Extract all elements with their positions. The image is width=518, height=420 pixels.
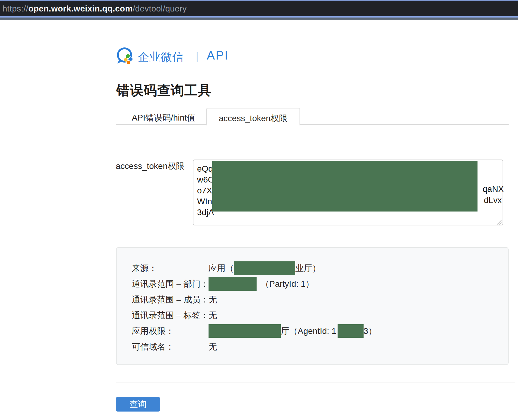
brand-name[interactable]: 企业微信 bbox=[138, 50, 184, 65]
value-text: 厅（AgentId: 1 bbox=[281, 326, 336, 336]
token-fragment-right: qaNX bbox=[483, 184, 504, 194]
redaction-block bbox=[209, 277, 257, 291]
query-button[interactable]: 查询 bbox=[116, 397, 160, 412]
info-row-dept: 通讯录范围 – 部门： （PartyId: 1） bbox=[116, 276, 509, 292]
tab-access-token[interactable]: access_token权限 bbox=[206, 108, 300, 125]
info-row-value: 厅（AgentId: 13） bbox=[209, 323, 503, 339]
info-row-trusted-domain: 可信域名： 无 bbox=[116, 339, 509, 355]
url-protocol: https:// bbox=[2, 4, 28, 13]
value-text: 业厅） bbox=[295, 263, 321, 273]
info-row-value: 无 bbox=[209, 308, 503, 323]
tab-api-errcode[interactable]: API错误码/hint值 bbox=[121, 108, 206, 125]
wecom-logo-icon bbox=[116, 46, 134, 65]
info-row-value: 无 bbox=[209, 339, 503, 355]
screen: https://open.work.weixin.qq.com/devtool/… bbox=[0, 0, 518, 420]
value-text: 应用（ bbox=[209, 263, 234, 273]
info-row-label: 通讯录范围 – 标签： bbox=[132, 308, 209, 323]
access-token-label: access_token权限 bbox=[116, 160, 184, 172]
url-path: /devtool/query bbox=[133, 4, 187, 13]
info-row-value: 无 bbox=[209, 292, 503, 308]
info-row-label: 通讯录范围 – 成员： bbox=[132, 292, 209, 308]
info-row-app-perm: 应用权限： 厅（AgentId: 13） bbox=[116, 323, 509, 339]
info-row-value: 应用（业厅） bbox=[209, 260, 503, 276]
urlbar-lower-strip bbox=[0, 18, 518, 20]
info-row-value: （PartyId: 1） bbox=[209, 276, 503, 292]
url-text: https://open.work.weixin.qq.com/devtool/… bbox=[2, 4, 187, 14]
info-row-label: 应用权限： bbox=[132, 323, 209, 339]
token-redaction-block bbox=[212, 161, 478, 212]
redaction-block bbox=[338, 324, 364, 338]
page-title: 错误码查询工具 bbox=[116, 82, 212, 99]
redaction-block bbox=[234, 261, 295, 275]
tab-access-token-label: access_token权限 bbox=[219, 113, 287, 124]
info-row-label: 可信域名： bbox=[132, 339, 209, 355]
redaction-block bbox=[209, 324, 281, 338]
value-text: 3） bbox=[364, 326, 377, 336]
resize-handle-icon[interactable] bbox=[495, 218, 502, 225]
token-fragment-right: dLvx bbox=[484, 195, 502, 205]
brand-divider: | bbox=[196, 50, 199, 62]
site-header: 企业微信 | API bbox=[0, 20, 518, 64]
tab-api-errcode-label: API错误码/hint值 bbox=[132, 112, 195, 124]
url-domain: open.work.weixin.qq.com bbox=[28, 4, 133, 13]
info-row-tags: 通讯录范围 – 标签： 无 bbox=[116, 308, 509, 323]
brand-product-api[interactable]: API bbox=[207, 49, 229, 62]
info-row-members: 通讯录范围 – 成员： 无 bbox=[116, 292, 509, 308]
info-row-label: 通讯录范围 – 部门： bbox=[132, 276, 209, 292]
info-row-source: 来源： 应用（业厅） bbox=[116, 260, 509, 276]
info-row-label: 来源： bbox=[132, 260, 209, 276]
value-text: （PartyId: 1） bbox=[261, 279, 314, 289]
footer-divider bbox=[116, 383, 515, 383]
browser-url-bar[interactable]: https://open.work.weixin.qq.com/devtool/… bbox=[0, 0, 518, 16]
